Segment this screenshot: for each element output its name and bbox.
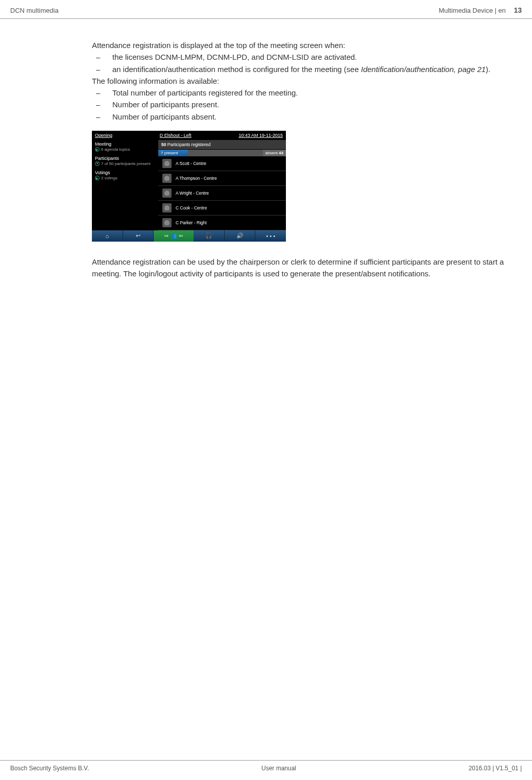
present-label: present xyxy=(164,151,178,155)
page-header: DCN multimedia Multimedia Device | en 13 xyxy=(0,0,532,19)
present-count: 7 xyxy=(161,151,163,155)
info-list: Total number of participants registered … xyxy=(92,87,511,123)
condition-list: the licenses DCNM-LMPM, DCNM-LPD, and DC… xyxy=(92,51,511,75)
sidebar-item-sub: 7 of 50 participants present xyxy=(101,161,151,166)
list-item: Total number of participants registered … xyxy=(92,87,511,99)
footer-company: Bosch Security Systems B.V. xyxy=(10,765,89,772)
list-item[interactable]: A Thompson - Centre xyxy=(158,171,286,186)
more-icon: • • • xyxy=(266,233,275,239)
header-section-label: Multimedia Device | en xyxy=(439,7,505,14)
sidebar-item-participants[interactable]: Participants ▼ 7 of 50 participants pres… xyxy=(92,154,158,169)
volume-icon: 🔊 xyxy=(236,232,244,239)
sidebar-item-sub: 6 agenda topics xyxy=(101,147,130,152)
list-item[interactable]: A Wright - Centre xyxy=(158,186,286,201)
footer-version: 2016.03 | V1.5_01 | xyxy=(469,765,522,772)
participant-name: A Thompson - Centre xyxy=(176,176,217,181)
avatar-icon xyxy=(162,203,172,212)
avatar-icon xyxy=(162,218,172,227)
sidebar-item-title: Participants xyxy=(95,156,155,161)
cross-reference: Identification/authentication, page 21 xyxy=(361,65,486,74)
list-item: an identification/authentication method … xyxy=(92,63,511,75)
participant-name: C Parker - Right xyxy=(176,220,207,225)
list-item[interactable]: C Cook - Centre xyxy=(158,201,286,216)
participant-name: C Cook - Centre xyxy=(176,205,207,210)
play-icon: ▶ xyxy=(95,147,100,152)
arrow-left-icon: ⇦ xyxy=(179,233,183,239)
topbar-time: 10:43 AM 19-11-2015 xyxy=(238,133,283,138)
participant-name: A Scott - Centre xyxy=(176,161,206,166)
back-button[interactable]: ↩ xyxy=(123,230,154,242)
dropdown-icon: ▼ xyxy=(95,161,100,166)
registered-label: Participants registered xyxy=(167,142,211,147)
avatar-icon xyxy=(162,159,172,168)
page-footer: Bosch Security Systems B.V. User manual … xyxy=(0,760,532,772)
speak-button[interactable]: ⇨ 👥 ⇦ xyxy=(154,230,194,242)
closing-paragraph: Attendance registration can be used by t… xyxy=(92,256,511,280)
sidebar-item-meeting[interactable]: Meeting ▶ 6 agenda topics xyxy=(92,140,158,154)
headphones-icon: 🎧 xyxy=(205,232,212,239)
intro2-text: The following information is available: xyxy=(92,75,511,87)
sidebar-item-votings[interactable]: Votings ▶ 2 votings xyxy=(92,169,158,183)
avatar-icon xyxy=(162,188,172,198)
device-sidebar: Meeting ▶ 6 agenda topics Participants ▼… xyxy=(92,140,158,230)
list-item-text: ). xyxy=(486,65,490,74)
list-item[interactable]: C Parker - Right xyxy=(158,216,286,230)
headphones-button[interactable]: 🎧 xyxy=(194,230,225,242)
volume-button[interactable]: 🔊 xyxy=(225,230,256,242)
play-icon: ▶ xyxy=(95,176,100,180)
topbar-left[interactable]: Opening xyxy=(95,133,112,138)
group-icon: 👥 xyxy=(171,233,177,239)
header-right: Multimedia Device | en 13 xyxy=(439,6,522,14)
sidebar-item-title: Meeting xyxy=(95,141,155,147)
stat-row: 7 present absent 43 xyxy=(158,150,286,156)
registered-count: 50 xyxy=(161,142,166,147)
footer-doc-type: User manual xyxy=(261,765,296,772)
page-number: 13 xyxy=(514,6,522,14)
participant-list[interactable]: A Scott - Centre A Thompson - Centre A W… xyxy=(158,156,286,230)
sidebar-item-title: Votings xyxy=(95,170,155,176)
home-icon: ⌂ xyxy=(106,233,109,239)
registered-bar: 50 Participants registered xyxy=(158,140,286,150)
back-icon: ↩ xyxy=(136,232,140,239)
present-badge[interactable]: 7 present xyxy=(158,150,188,156)
absent-fill xyxy=(188,150,263,156)
absent-badge[interactable]: absent 43 xyxy=(263,150,286,156)
list-item: the licenses DCNM-LMPM, DCNM-LPD, and DC… xyxy=(92,51,511,63)
list-item: Number of participants absent. xyxy=(92,111,511,123)
device-main: 50 Participants registered 7 present abs… xyxy=(158,140,286,230)
participant-name: A Wright - Centre xyxy=(176,191,209,196)
arrow-right-icon: ⇨ xyxy=(164,233,168,239)
header-product: DCN multimedia xyxy=(10,7,59,14)
list-item[interactable]: A Scott - Centre xyxy=(158,156,286,171)
list-item: Number of participants present. xyxy=(92,99,511,110)
page-content: Attendance registration is displayed at … xyxy=(0,19,521,290)
device-screenshot: Opening D Elshout - Left 10:43 AM 19-11-… xyxy=(92,131,286,242)
device-bottombar: ⌂ ↩ ⇨ 👥 ⇦ 🎧 🔊 • • • xyxy=(92,230,286,242)
home-button[interactable]: ⌂ xyxy=(92,230,123,242)
more-button[interactable]: • • • xyxy=(255,230,286,242)
device-topbar: Opening D Elshout - Left 10:43 AM 19-11-… xyxy=(92,131,286,140)
sidebar-item-sub: 2 votings xyxy=(101,176,117,180)
absent-label: absent xyxy=(265,151,278,155)
absent-count: 43 xyxy=(279,151,283,155)
list-item-text: an identification/authentication method … xyxy=(112,65,361,74)
intro-text: Attendance registration is displayed at … xyxy=(92,39,511,51)
avatar-icon xyxy=(162,174,172,183)
topbar-center[interactable]: D Elshout - Left xyxy=(160,133,191,138)
